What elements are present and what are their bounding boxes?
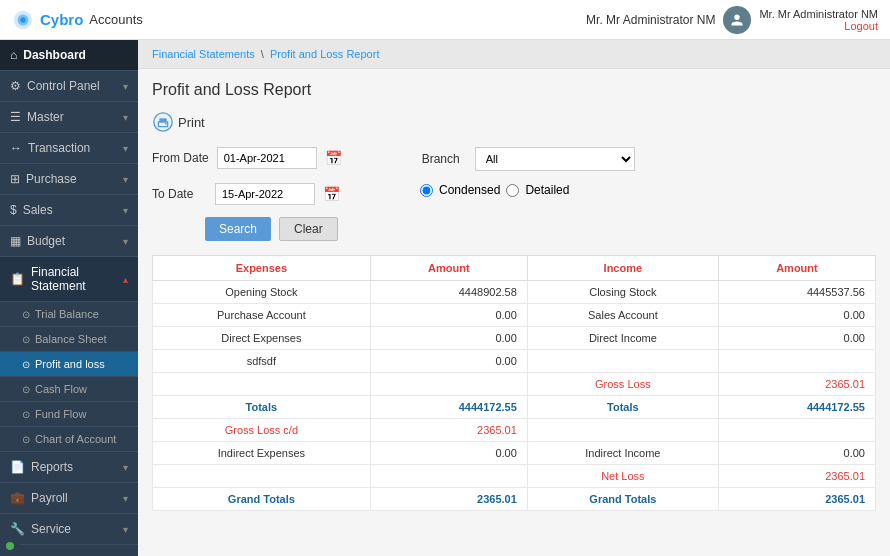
sidebar-item-master[interactable]: ☰ Master ▾	[0, 102, 138, 133]
logo-sub: Accounts	[89, 12, 142, 27]
sidebar-label-control-panel: Control Panel	[27, 79, 123, 93]
table-exp-amount-cell: 0.00	[370, 304, 527, 327]
to-date-group: To Date 📅	[152, 183, 340, 205]
financial-statement-icon: 📋	[10, 272, 25, 286]
table-income-cell[interactable]: Gross Loss	[527, 373, 718, 396]
table-exp-amount-cell: 0.00	[370, 350, 527, 373]
table-expense-cell[interactable]: Purchase Account	[153, 304, 371, 327]
chevron-down-icon: ▾	[123, 493, 128, 504]
budget-icon: ▦	[10, 234, 21, 248]
chevron-down-icon: ▾	[123, 81, 128, 92]
table-inc-amount-cell: 2365.01	[718, 373, 875, 396]
content-area: Profit and Loss Report Print From Date	[138, 69, 890, 523]
table-income-cell[interactable]: Indirect Income	[527, 442, 718, 465]
sidebar-item-balance-sheet[interactable]: ⊙ Balance Sheet	[0, 327, 138, 352]
sidebar-item-service[interactable]: 🔧 Service ▾	[0, 514, 138, 545]
table-exp-amount-cell: 4448902.58	[370, 281, 527, 304]
sidebar-item-budget[interactable]: ▦ Budget ▾	[0, 226, 138, 257]
table-income-cell[interactable]: Totals	[527, 396, 718, 419]
table-inc-amount-cell: 2365.01	[718, 465, 875, 488]
purchase-icon: ⊞	[10, 172, 20, 186]
sidebar-label-chart-of-account: Chart of Account	[35, 433, 116, 445]
condensed-label: Condensed	[439, 183, 500, 197]
sidebar-label-trial-balance: Trial Balance	[35, 308, 99, 320]
table-income-cell[interactable]: Grand Totals	[527, 488, 718, 511]
table-expense-cell[interactable]: Direct Expenses	[153, 327, 371, 350]
sidebar-item-fund-flow[interactable]: ⊙ Fund Flow	[0, 402, 138, 427]
table-expense-cell	[153, 373, 371, 396]
from-date-input[interactable]	[217, 147, 317, 169]
sidebar-item-sales[interactable]: $ Sales ▾	[0, 195, 138, 226]
search-button[interactable]: Search	[205, 217, 271, 241]
table-inc-amount-cell: 0.00	[718, 304, 875, 327]
sidebar-label-fund-flow: Fund Flow	[35, 408, 86, 420]
col-amount-expenses-header: Amount	[370, 256, 527, 281]
page-title: Profit and Loss Report	[152, 81, 876, 99]
table-income-cell	[527, 350, 718, 373]
table-inc-amount-cell: 0.00	[718, 442, 875, 465]
table-expense-cell[interactable]: Totals	[153, 396, 371, 419]
sidebar-label-reports: Reports	[31, 460, 123, 474]
breadcrumb-current: Profit and Loss Report	[270, 48, 379, 60]
svg-point-2	[20, 17, 26, 23]
sidebar-item-reports[interactable]: 📄 Reports ▾	[0, 452, 138, 483]
sidebar-item-profit-and-loss[interactable]: ⊙ Profit and loss	[0, 352, 138, 377]
form-row-dates: From Date 📅 Branch All	[152, 147, 876, 171]
print-button[interactable]: Print	[152, 111, 205, 133]
condensed-radio[interactable]	[420, 184, 433, 197]
avatar	[723, 6, 751, 34]
master-icon: ☰	[10, 110, 21, 124]
logout-link[interactable]: Logout	[844, 20, 878, 32]
table-expense-cell[interactable]: Grand Totals	[153, 488, 371, 511]
sidebar-label-profit-and-loss: Profit and loss	[35, 358, 105, 370]
table-income-cell	[527, 419, 718, 442]
table-expense-cell[interactable]: sdfsdf	[153, 350, 371, 373]
chart-account-icon: ⊙	[22, 434, 30, 445]
transaction-icon: ↔	[10, 141, 22, 155]
branch-select[interactable]: All	[475, 147, 635, 171]
breadcrumb-parent[interactable]: Financial Statements	[152, 48, 255, 60]
detailed-radio[interactable]	[506, 184, 519, 197]
sidebar-label-purchase: Purchase	[26, 172, 123, 186]
table-exp-amount-cell: 2365.01	[370, 419, 527, 442]
user-info: Mr. Mr Administrator NM Mr. Mr Administr…	[586, 6, 878, 34]
sidebar-item-dashboard[interactable]: ⌂ Dashboard	[0, 40, 138, 71]
sidebar-item-control-panel[interactable]: ⚙ Control Panel ▾	[0, 71, 138, 102]
print-icon	[152, 111, 174, 133]
calendar-icon[interactable]: 📅	[325, 150, 342, 166]
table-expense-cell[interactable]: Gross Loss c/d	[153, 419, 371, 442]
from-date-group: From Date 📅	[152, 147, 342, 169]
sidebar-label-master: Master	[27, 110, 123, 124]
table-income-cell[interactable]: Closing Stock	[527, 281, 718, 304]
from-date-label: From Date	[152, 151, 209, 165]
sidebar-item-purchase[interactable]: ⊞ Purchase ▾	[0, 164, 138, 195]
branch-group: Branch All	[422, 147, 635, 171]
chevron-down-icon: ▾	[123, 462, 128, 473]
table-income-cell[interactable]: Sales Account	[527, 304, 718, 327]
sidebar-label-financial-statement: Financial Statement	[31, 265, 123, 293]
table-expense-cell[interactable]: Indirect Expenses	[153, 442, 371, 465]
table-income-cell[interactable]: Net Loss	[527, 465, 718, 488]
reports-icon: 📄	[10, 460, 25, 474]
clear-button[interactable]: Clear	[279, 217, 338, 241]
col-amount-income-header: Amount	[718, 256, 875, 281]
trial-balance-icon: ⊙	[22, 309, 30, 320]
to-date-input[interactable]	[215, 183, 315, 205]
sidebar-item-trial-balance[interactable]: ⊙ Trial Balance	[0, 302, 138, 327]
status-bar	[0, 536, 20, 556]
table-expense-cell[interactable]: Opening Stock	[153, 281, 371, 304]
sidebar-item-chart-of-account[interactable]: ⊙ Chart of Account	[0, 427, 138, 452]
sidebar-item-cash-flow[interactable]: ⊙ Cash Flow	[0, 377, 138, 402]
table-income-cell[interactable]: Direct Income	[527, 327, 718, 350]
to-date-label: To Date	[152, 187, 207, 201]
logo-text: Cybro	[40, 11, 83, 28]
table-exp-amount-cell	[370, 373, 527, 396]
sidebar-item-transaction[interactable]: ↔ Transaction ▾	[0, 133, 138, 164]
sidebar-item-financial-statement[interactable]: 📋 Financial Statement ▴	[0, 257, 138, 302]
balance-sheet-icon: ⊙	[22, 334, 30, 345]
table-inc-amount-cell	[718, 350, 875, 373]
table-exp-amount-cell	[370, 465, 527, 488]
table-exp-amount-cell: 0.00	[370, 442, 527, 465]
sidebar-item-payroll[interactable]: 💼 Payroll ▾	[0, 483, 138, 514]
calendar-icon-2[interactable]: 📅	[323, 186, 340, 202]
